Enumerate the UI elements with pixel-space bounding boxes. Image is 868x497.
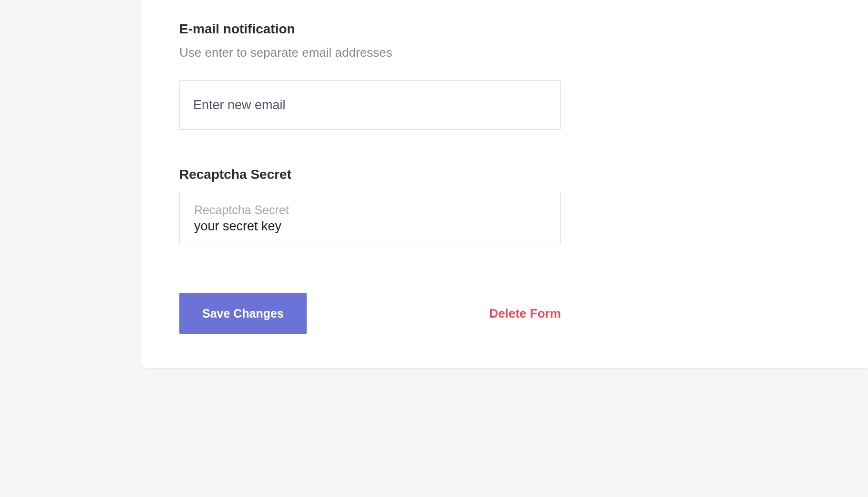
page-wrapper: E-mail notification Use enter to separat… [0, 0, 868, 497]
save-changes-button[interactable]: Save Changes [179, 293, 307, 334]
recaptcha-floating-label: Recaptcha Secret [194, 203, 546, 217]
email-notification-description: Use enter to separate email addresses [179, 45, 868, 60]
email-notification-title: E-mail notification [179, 21, 868, 37]
action-button-row: Save Changes Delete Form [179, 293, 561, 334]
recaptcha-secret-title: Recaptcha Secret [179, 167, 868, 182]
form-settings-card: E-mail notification Use enter to separat… [141, 0, 868, 368]
email-input[interactable] [193, 98, 547, 113]
recaptcha-input-container: Recaptcha Secret [179, 192, 561, 245]
recaptcha-secret-input[interactable] [194, 219, 546, 234]
delete-form-link[interactable]: Delete Form [489, 306, 561, 321]
email-input-container [179, 80, 561, 130]
form-content: E-mail notification Use enter to separat… [141, 0, 868, 334]
